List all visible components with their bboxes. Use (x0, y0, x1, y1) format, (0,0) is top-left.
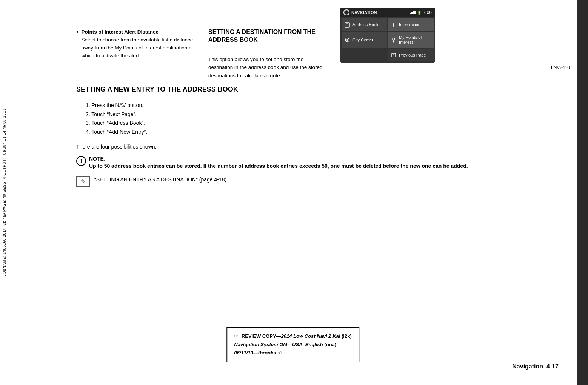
page-title: SETTING A DESTINATION FROM THE ADDRESS B… (208, 28, 329, 44)
content-area: SETTING A NEW ENTRY TO THE ADDRESS BOOK … (8, 85, 577, 198)
svg-point-8 (346, 39, 348, 41)
section2-title: SETTING A NEW ENTRY TO THE ADDRESS BOOK (76, 85, 570, 94)
step-4-num: 4. (86, 129, 90, 135)
nav-btn-city-center[interactable]: City Center (342, 32, 387, 48)
step-2-num: 2. (86, 111, 90, 117)
note-content: NOTE: Up to 50 address book entries can … (89, 156, 468, 170)
svg-point-6 (393, 24, 394, 26)
note-box: ! NOTE: Up to 50 address book entries ca… (76, 156, 570, 170)
city-center-icon (344, 37, 351, 43)
right-column: NAVIGATION 🔋 7:06 (329, 8, 570, 80)
bullet-dot: • (76, 29, 79, 35)
there-are-text: There are four possibilities shown: (76, 144, 570, 150)
empty-cell (342, 49, 387, 61)
review-box: ☞ REVIEW COPY—2014 Low Cost Navi 2 Kai (… (226, 327, 359, 362)
compass-icon (343, 9, 349, 15)
review-line1: ☞ REVIEW COPY—2014 Low Cost Navi 2 Kai (… (234, 332, 352, 341)
signal-icon (410, 11, 416, 14)
nav-btn-my-poi[interactable]: My Points of Interest (388, 32, 434, 48)
top-section: • Points of Interest Alert Distance Sele… (8, 0, 577, 80)
step-2: 2. Touch “Next Page”. (76, 110, 570, 119)
my-poi-icon (390, 37, 397, 43)
nav-btn-address-book[interactable]: Address Book (342, 18, 387, 31)
nav-header-right: 🔋 7:06 (410, 10, 432, 15)
review-line2: Navigation System OM—USA_English (nna) (234, 341, 352, 349)
bullet-item: • Points of Interest Alert Distance Sele… (76, 28, 201, 60)
review-line3: 06/11/13—tbrooks ☜ (234, 349, 352, 357)
step-3-num: 3. (86, 120, 90, 126)
description-text: This option allows you to set and store … (208, 55, 329, 80)
bullet-text: Points of Interest Alert Distance Select… (82, 28, 201, 60)
nav-btn-intersection[interactable]: Intersection (388, 18, 434, 31)
fax-icon: ☞ (234, 333, 239, 339)
step-3: 3. Touch “Address Book”. (76, 119, 570, 128)
previous-page-label: Previous Page (399, 53, 426, 58)
ref-box: “SETTING AN ENTRY AS A DESTINATION” (pag… (76, 175, 570, 187)
page-footer: Navigation 4-17 (512, 363, 559, 370)
ref-text: “SETTING AN ENTRY AS A DESTINATION” (pag… (94, 175, 226, 184)
note-label: NOTE: (89, 156, 106, 162)
main-content: • Points of Interest Alert Distance Sele… (8, 0, 577, 385)
step-4: 4. Touch “Add New Entry”. (76, 128, 570, 137)
ref-icon (76, 176, 90, 187)
middle-column: SETTING A DESTINATION FROM THE ADDRESS B… (201, 8, 329, 80)
battery-icon: 🔋 (417, 11, 422, 15)
note-icon: ! (76, 156, 86, 166)
sidebar-text: JOBNAME: 1485166-2014-l2k-nav PAGE: 49 S… (0, 0, 8, 385)
intersection-label: Intersection (399, 22, 420, 27)
city-center-label: City Center (352, 38, 373, 43)
step-1-num: 1. (86, 102, 90, 108)
intersection-icon (390, 21, 397, 28)
previous-page-icon (390, 52, 397, 58)
nav-header-left: NAVIGATION (343, 9, 377, 15)
lnv-code: LNV2410 (340, 65, 570, 70)
address-book-label: Address Book (352, 22, 378, 27)
address-book-icon (344, 21, 351, 28)
my-poi-label: My Points of Interest (399, 35, 431, 45)
svg-point-9 (393, 38, 395, 40)
nav-buttons-grid: Address Book Intersection (340, 17, 435, 63)
nav-btn-previous-page[interactable]: Previous Page (388, 49, 434, 61)
nav-mockup: NAVIGATION 🔋 7:06 (340, 8, 435, 63)
note-body: Up to 50 address book entries can be sto… (89, 162, 468, 170)
right-sidebar-decoration (577, 0, 588, 385)
content-two-col: SETTING A NEW ENTRY TO THE ADDRESS BOOK … (76, 85, 570, 198)
nav-header: NAVIGATION 🔋 7:06 (340, 8, 435, 17)
content-main: SETTING A NEW ENTRY TO THE ADDRESS BOOK … (76, 85, 570, 198)
left-column: • Points of Interest Alert Distance Sele… (76, 8, 201, 80)
step-1: 1. Press the NAV button. (76, 101, 570, 110)
steps-list: 1. Press the NAV button. 2. Touch “Next … (76, 101, 570, 137)
